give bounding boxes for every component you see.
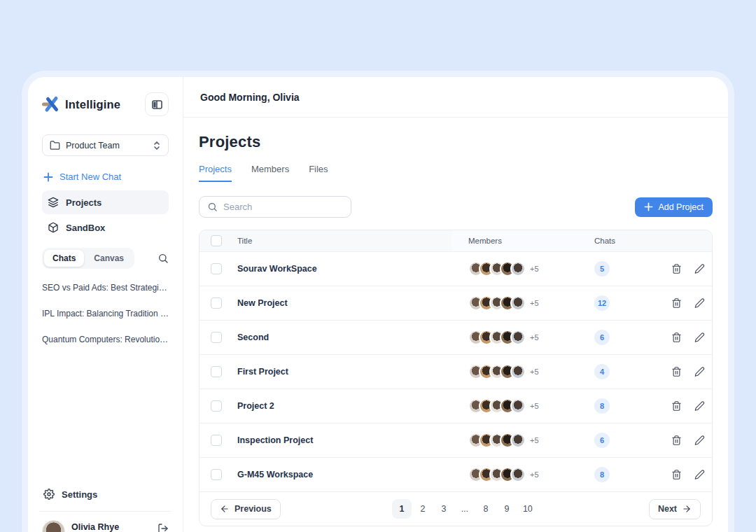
- workspace-select[interactable]: Product Team: [42, 134, 169, 156]
- tab-files[interactable]: Files: [309, 164, 328, 182]
- delete-icon[interactable]: [671, 298, 682, 309]
- previous-label: Previous: [234, 504, 272, 514]
- row-actions: [671, 263, 712, 274]
- project-title: G-M45 Workspace: [237, 470, 468, 479]
- table-row: G-M45 Workspace +5 8: [200, 457, 712, 491]
- avatar-group: [468, 467, 526, 482]
- edit-icon[interactable]: [694, 332, 705, 343]
- add-project-button[interactable]: Add Project: [635, 197, 713, 217]
- row-actions: [671, 469, 712, 480]
- select-all-checkbox[interactable]: [211, 235, 222, 246]
- edit-icon[interactable]: [694, 469, 705, 480]
- workspace-select-value: Product Team: [66, 141, 147, 150]
- edit-icon[interactable]: [694, 435, 705, 446]
- greeting-text: Good Morning, Olivia: [200, 92, 300, 103]
- next-page-button[interactable]: Next: [649, 499, 701, 519]
- member-avatar: [510, 433, 526, 448]
- pagination: Previous 123...8910 Next: [200, 491, 712, 526]
- delete-icon[interactable]: [671, 469, 682, 480]
- members-cell: +5: [468, 433, 594, 448]
- panel-toggle-icon: [151, 99, 163, 111]
- start-new-chat-button[interactable]: Start New Chat: [42, 172, 169, 182]
- page-number[interactable]: 2: [413, 499, 433, 519]
- chats-canvas-segmented: Chats Canvas: [42, 248, 134, 269]
- chat-count-badge: 6: [594, 433, 610, 448]
- user-profile: Olivia Rhye olivia@untitledui.com: [42, 512, 169, 532]
- project-title: New Project: [237, 298, 468, 308]
- page-number[interactable]: 1: [392, 499, 412, 519]
- member-avatar: [510, 398, 526, 414]
- sidebar-search-icon[interactable]: [158, 253, 169, 264]
- chat-history-item[interactable]: IPL Impact: Balancing Tradition wa...: [42, 309, 169, 318]
- table-header-row: Title Members Chats: [200, 230, 712, 251]
- plus-icon: [644, 202, 653, 211]
- tab-chats[interactable]: Chats: [44, 250, 84, 267]
- delete-icon[interactable]: [671, 332, 682, 343]
- sidebar-header: Intelligine: [42, 92, 169, 116]
- edit-icon[interactable]: [694, 298, 705, 309]
- search-icon: [207, 202, 218, 212]
- avatar-group: [468, 364, 526, 379]
- extra-members-count: +5: [530, 368, 539, 376]
- chat-history-item[interactable]: Quantum Computers: Revolutionar...: [42, 335, 169, 344]
- page-number[interactable]: 8: [476, 499, 496, 519]
- row-checkbox[interactable]: [211, 298, 222, 309]
- row-actions: [671, 298, 712, 309]
- tab-members[interactable]: Members: [251, 164, 289, 182]
- tab-canvas[interactable]: Canvas: [85, 250, 132, 267]
- main-panel: Good Morning, Olivia Projects Projects M…: [183, 77, 728, 532]
- members-cell: +5: [468, 295, 594, 311]
- row-checkbox[interactable]: [211, 366, 222, 377]
- project-title: Second: [237, 332, 468, 342]
- row-checkbox[interactable]: [211, 435, 222, 446]
- plus-icon: [43, 172, 53, 182]
- page-title: Projects: [199, 133, 713, 151]
- previous-page-button[interactable]: Previous: [211, 499, 281, 519]
- members-cell: +5: [468, 398, 594, 414]
- members-cell: +5: [468, 261, 594, 276]
- sidebar-collapse-button[interactable]: [145, 92, 169, 116]
- sidebar-item-sandbox[interactable]: SandBox: [42, 216, 169, 239]
- page-ellipsis: ...: [455, 499, 475, 519]
- delete-icon[interactable]: [671, 263, 682, 274]
- app-window: Intelligine Product Team: [28, 77, 728, 532]
- row-checkbox[interactable]: [211, 400, 222, 412]
- page-number[interactable]: 3: [434, 499, 454, 519]
- tab-projects[interactable]: Projects: [199, 164, 232, 182]
- edit-icon[interactable]: [694, 263, 705, 274]
- delete-icon[interactable]: [671, 435, 682, 446]
- user-avatar: [42, 520, 65, 532]
- search-input[interactable]: [223, 202, 343, 212]
- project-title: First Project: [237, 367, 468, 377]
- page-number[interactable]: 10: [518, 499, 538, 519]
- layers-icon: [48, 197, 59, 208]
- row-actions: [671, 400, 712, 412]
- table-row: Project 2 +5 8: [200, 388, 712, 423]
- logout-icon[interactable]: [158, 523, 169, 532]
- sidebar-item-projects[interactable]: Projects: [42, 190, 169, 214]
- avatar-group: [468, 398, 526, 414]
- row-checkbox[interactable]: [211, 332, 222, 343]
- sidebar-item-settings[interactable]: Settings: [42, 489, 169, 500]
- member-avatar: [510, 364, 526, 379]
- avatar-group: [468, 433, 526, 448]
- members-cell: +5: [468, 364, 594, 379]
- extra-members-count: +5: [530, 265, 539, 273]
- delete-icon[interactable]: [671, 366, 682, 377]
- chat-count-badge: 8: [594, 398, 610, 414]
- edit-icon[interactable]: [694, 366, 705, 377]
- chat-count-badge: 8: [594, 467, 610, 482]
- chat-history-item[interactable]: SEO vs Paid Ads: Best Strategies f...: [42, 283, 169, 293]
- row-checkbox[interactable]: [211, 469, 222, 480]
- edit-icon[interactable]: [694, 400, 705, 412]
- member-avatar: [510, 467, 526, 482]
- chat-history-list: SEO vs Paid Ads: Best Strategies f...IPL…: [42, 283, 169, 344]
- gear-icon: [43, 489, 55, 500]
- table-body: Sourav WorkSpace +5 5 New Project +5: [200, 251, 712, 491]
- row-checkbox[interactable]: [211, 263, 222, 274]
- delete-icon[interactable]: [671, 400, 682, 412]
- chat-count-badge: 6: [594, 330, 610, 345]
- main-tabs: Projects Members Files: [199, 164, 713, 182]
- page-number[interactable]: 9: [497, 499, 517, 519]
- sandbox-icon: [48, 222, 59, 233]
